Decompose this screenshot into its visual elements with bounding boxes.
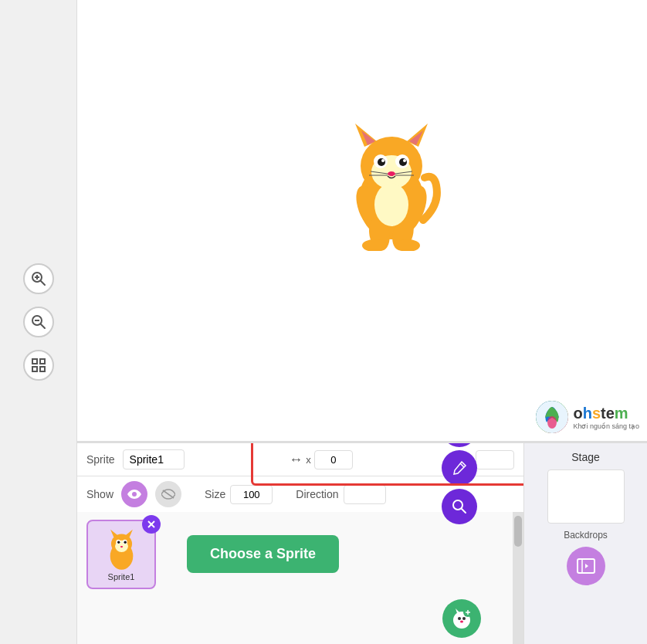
show-visible-button[interactable]	[121, 481, 147, 507]
svg-point-22	[381, 159, 384, 162]
left-sidebar	[0, 0, 77, 644]
svg-line-39	[163, 490, 174, 498]
backdrops-button[interactable]	[567, 547, 605, 585]
direction-label: Direction	[296, 488, 338, 500]
zoom-fit-button[interactable]	[23, 350, 54, 381]
sprite-delete-button[interactable]	[142, 515, 161, 534]
scrollbar-thumb	[514, 516, 522, 547]
stage-side-panel: Stage Backdrops	[523, 443, 647, 644]
svg-point-23	[403, 159, 406, 162]
svg-rect-9	[32, 367, 37, 371]
show-hidden-button[interactable]	[155, 481, 181, 507]
stage-thumbnail[interactable]	[547, 469, 625, 524]
floating-toolbar	[442, 443, 477, 524]
choose-sprite-button[interactable]: Choose a Sprite	[187, 535, 339, 573]
ohstem-logo-icon	[536, 401, 568, 433]
sparkle-button[interactable]	[442, 443, 477, 447]
direction-input[interactable]	[344, 485, 386, 504]
svg-point-37	[547, 416, 557, 429]
sprite-item-sprite1[interactable]: Sprite1	[86, 520, 156, 589]
svg-rect-10	[40, 367, 45, 371]
svg-point-62	[460, 621, 463, 623]
svg-point-55	[453, 500, 462, 510]
sprite-name-label: Sprite1	[108, 572, 135, 581]
sprite-name-input[interactable]	[123, 449, 185, 469]
x-label: x	[306, 454, 311, 466]
sprite-label: Sprite	[86, 453, 115, 466]
svg-point-24	[388, 171, 395, 176]
svg-point-20	[378, 158, 385, 166]
svg-point-33	[374, 183, 408, 226]
add-sprite-area	[442, 599, 481, 638]
panel-scrollbar[interactable]	[513, 512, 523, 644]
svg-point-38	[132, 492, 137, 497]
ohstem-logo: ohstem Khơi nguồn sáng tạo	[536, 401, 639, 433]
zoom-out-button[interactable]	[23, 307, 54, 337]
add-sprite-button[interactable]	[442, 599, 481, 638]
direction-group: Direction	[296, 485, 385, 504]
sprite-list-area: Sprite1 Choose a Sprite	[77, 512, 523, 644]
svg-line-56	[462, 509, 466, 513]
sprite-cat	[332, 120, 452, 254]
stage-label: Stage	[571, 451, 600, 463]
backdrops-label: Backdrops	[564, 530, 608, 541]
svg-point-51	[120, 546, 122, 547]
ohstem-tagline: Khơi nguồn sáng tạo	[573, 422, 639, 430]
svg-line-3	[41, 281, 45, 285]
ohstem-name: ohstem	[573, 405, 639, 422]
svg-point-21	[399, 158, 407, 166]
search-sprites-button[interactable]	[442, 489, 477, 524]
zoom-in-button[interactable]	[23, 263, 54, 294]
ohstem-brand: ohstem Khơi nguồn sáng tạo	[573, 405, 639, 430]
size-label: Size	[205, 488, 225, 500]
svg-point-49	[117, 541, 120, 543]
size-input[interactable]	[230, 485, 273, 504]
svg-point-61	[462, 617, 466, 620]
svg-marker-58	[456, 608, 459, 613]
brush-button[interactable]	[442, 450, 477, 486]
x-coord-group: ↔ x	[289, 450, 353, 469]
bottom-section: Sprite ↔ x ↕ y Show	[77, 443, 647, 644]
sprites-panel: Sprite ↔ x ↕ y Show	[77, 443, 523, 644]
sprite-thumbnail-img	[100, 528, 143, 571]
app-container: ohstem Khơi nguồn sáng tạo Sprite ↔ x	[0, 0, 647, 644]
svg-point-60	[458, 617, 461, 620]
svg-rect-8	[40, 359, 45, 364]
size-group: Size	[205, 485, 273, 504]
y-input[interactable]	[476, 450, 514, 469]
svg-rect-7	[32, 359, 37, 364]
x-input[interactable]	[314, 450, 353, 469]
x-arrow-icon: ↔	[289, 452, 303, 468]
svg-point-50	[124, 541, 126, 543]
main-content: ohstem Khơi nguồn sáng tạo Sprite ↔ x	[77, 0, 647, 644]
stage-canvas: ohstem Khơi nguồn sáng tạo	[77, 0, 647, 443]
svg-line-6	[41, 324, 45, 328]
show-label: Show	[86, 488, 113, 500]
